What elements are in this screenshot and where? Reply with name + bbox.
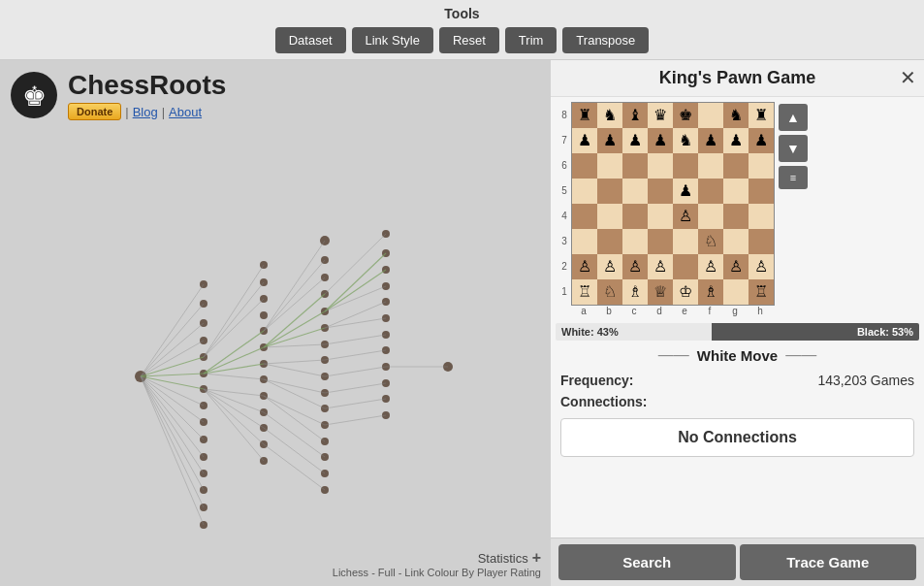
board-down-button[interactable]: ▼ — [779, 135, 808, 162]
chess-cell[interactable]: ♖ — [749, 279, 774, 305]
trim-button[interactable]: Trim — [505, 27, 558, 53]
chess-cell[interactable] — [622, 229, 648, 254]
chess-cell[interactable]: ♟ — [749, 128, 774, 153]
chess-cell[interactable] — [597, 153, 622, 179]
donate-button[interactable]: Donate — [68, 103, 121, 120]
chess-cell[interactable] — [749, 179, 774, 204]
chess-cell[interactable] — [622, 153, 648, 179]
chess-cell[interactable] — [749, 204, 774, 229]
chess-cell[interactable] — [673, 229, 698, 254]
brand-name: ChessRoots — [68, 70, 226, 101]
chess-cell[interactable]: ♗ — [622, 279, 648, 305]
chess-cell[interactable] — [572, 153, 597, 179]
chess-cell[interactable]: ♗ — [698, 279, 723, 305]
svg-line-102 — [325, 234, 386, 294]
chess-cell[interactable] — [648, 204, 673, 229]
no-connections-box: No Connections — [560, 418, 914, 457]
link-style-button[interactable]: Link Style — [352, 27, 433, 53]
chess-cell[interactable] — [622, 204, 648, 229]
chess-cell[interactable]: ♞ — [673, 128, 698, 153]
close-button[interactable]: ✕ — [900, 66, 916, 89]
chess-cell[interactable] — [698, 153, 723, 179]
chess-cell[interactable]: ♝ — [622, 103, 648, 128]
chess-cell[interactable] — [723, 279, 749, 305]
chess-cell[interactable]: ♖ — [572, 279, 597, 305]
chess-cell[interactable] — [597, 229, 622, 254]
chess-cell[interactable] — [749, 229, 774, 254]
svg-line-57 — [204, 389, 264, 461]
chess-cell[interactable]: ♛ — [648, 103, 673, 128]
svg-line-84 — [264, 379, 325, 408]
chess-cell[interactable] — [723, 229, 749, 254]
left-panel: ♚ ChessRoots Donate | Blog | About .node… — [0, 60, 551, 586]
board-up-button[interactable]: ▲ — [779, 104, 808, 131]
chess-cell[interactable]: ♚ — [673, 103, 698, 128]
white-percentage: White: 43% — [556, 323, 712, 341]
chess-cell[interactable]: ♙ — [723, 254, 749, 279]
svg-line-30 — [141, 376, 204, 490]
chess-cell[interactable]: ♟ — [622, 128, 648, 153]
chess-cell[interactable]: ♜ — [749, 103, 774, 128]
chess-cell[interactable] — [572, 229, 597, 254]
reset-button[interactable]: Reset — [439, 27, 499, 53]
chess-cell[interactable] — [673, 254, 698, 279]
chess-cell[interactable]: ♙ — [597, 254, 622, 279]
svg-line-27 — [141, 376, 204, 440]
sep-1: | — [125, 105, 128, 119]
chess-cell[interactable] — [622, 179, 648, 204]
chess-cell[interactable] — [673, 153, 698, 179]
svg-line-107 — [325, 318, 386, 328]
board-menu-button[interactable]: ≡ — [779, 166, 808, 189]
chess-cell[interactable]: ♟ — [648, 128, 673, 153]
chess-cell[interactable] — [723, 153, 749, 179]
chess-cell[interactable]: ♞ — [723, 103, 749, 128]
svg-line-49 — [204, 331, 264, 374]
chess-cell[interactable]: ♜ — [572, 103, 597, 128]
chess-board: ♜ ♞ ♝ ♛ ♚ ♞ ♜ ♟ ♟ ♟ ♟ ♞ ♟ ♟ ♟ — [571, 102, 775, 306]
svg-line-81 — [264, 360, 325, 364]
chess-cell[interactable]: ♙ — [749, 254, 774, 279]
chess-cell[interactable]: ♟ — [723, 128, 749, 153]
svg-text:♚: ♚ — [22, 81, 47, 112]
chess-cell[interactable]: ♟ — [698, 128, 723, 153]
chess-cell[interactable]: ♞ — [597, 103, 622, 128]
chess-cell[interactable]: ♘ — [698, 229, 723, 254]
chess-cell[interactable] — [597, 204, 622, 229]
chess-cell[interactable] — [572, 179, 597, 204]
chess-cell[interactable]: ♙ — [648, 254, 673, 279]
chess-cell[interactable] — [648, 229, 673, 254]
dataset-button[interactable]: Dataset — [275, 27, 346, 53]
chess-cell[interactable]: ♙ — [673, 204, 698, 229]
about-link[interactable]: About — [169, 105, 202, 119]
info-section: Frequency: 143,203 Games Connections: — [551, 370, 924, 412]
chess-cell[interactable] — [572, 204, 597, 229]
chess-crown-icon: ♚ — [10, 71, 58, 119]
chess-cell[interactable] — [648, 153, 673, 179]
svg-line-82 — [264, 364, 325, 376]
chess-cell[interactable]: ♟ — [572, 128, 597, 153]
svg-line-52 — [204, 374, 264, 379]
chess-cell[interactable] — [597, 179, 622, 204]
chess-cell[interactable] — [698, 179, 723, 204]
progress-bar: White: 43% Black: 53% — [556, 323, 919, 341]
chess-cell[interactable]: ♙ — [572, 254, 597, 279]
trace-game-button[interactable]: Trace Game — [740, 544, 917, 580]
statistics-plus-icon[interactable]: + — [532, 549, 541, 567]
chess-cell[interactable] — [698, 103, 723, 128]
transpose-button[interactable]: Transpose — [562, 27, 649, 53]
chess-cell[interactable]: ♟ — [597, 128, 622, 153]
chess-cell[interactable]: ♙ — [698, 254, 723, 279]
chess-cell[interactable]: ♟ — [673, 179, 698, 204]
chess-cell[interactable] — [723, 204, 749, 229]
chess-cell[interactable] — [749, 153, 774, 179]
search-button[interactable]: Search — [558, 544, 736, 580]
chess-cell[interactable] — [648, 179, 673, 204]
chess-cell[interactable]: ♔ — [673, 279, 698, 305]
panel-header: King's Pawn Game ✕ — [551, 60, 924, 97]
chess-cell[interactable]: ♕ — [648, 279, 673, 305]
chess-cell[interactable]: ♘ — [597, 279, 622, 305]
chess-cell[interactable] — [698, 204, 723, 229]
blog-link[interactable]: Blog — [133, 105, 158, 119]
chess-cell[interactable]: ♙ — [622, 254, 648, 279]
chess-cell[interactable] — [723, 179, 749, 204]
